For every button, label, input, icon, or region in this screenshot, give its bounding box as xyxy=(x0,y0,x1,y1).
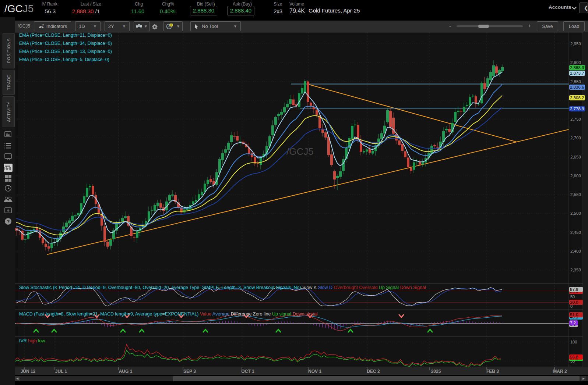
svg-text:Slow Stochastic (K Period=14,: Slow Stochastic (K Period=14, D Period=9… xyxy=(19,285,426,290)
svg-text:/GCJ5: /GCJ5 xyxy=(286,146,314,157)
svg-text:DEC 2: DEC 2 xyxy=(367,369,380,374)
svg-text:2,778.9: 2,778.9 xyxy=(570,107,584,111)
svg-text:20.0: 20.0 xyxy=(570,300,578,304)
svg-text:2,450: 2,450 xyxy=(570,230,581,235)
svg-text:FEB 3: FEB 3 xyxy=(486,369,499,374)
svg-text:EMA (Price=CLOSE, Length=21, D: EMA (Price=CLOSE, Length=21, Displace=0) xyxy=(19,33,112,38)
svg-text:2,600: 2,600 xyxy=(570,174,581,178)
svg-text:MAR 2: MAR 2 xyxy=(553,369,567,374)
svg-text:2,350: 2,350 xyxy=(570,268,581,272)
svg-text:2,950: 2,950 xyxy=(570,42,581,46)
svg-text:JUN 12: JUN 12 xyxy=(21,369,36,374)
svg-text:2,808.2: 2,808.2 xyxy=(570,96,584,100)
svg-text:EMA (Price=CLOSE, Length=13, D: EMA (Price=CLOSE, Length=13, Displace=0) xyxy=(19,49,112,54)
svg-text:2025: 2025 xyxy=(431,369,441,374)
svg-text:7.2: 7.2 xyxy=(570,321,576,325)
svg-text:51.0: 51.0 xyxy=(570,313,578,317)
svg-text:87.9: 87.9 xyxy=(570,287,578,292)
svg-text:2,750: 2,750 xyxy=(570,117,581,121)
svg-text:JUL 1: JUL 1 xyxy=(55,369,67,374)
svg-text:AUG 1: AUG 1 xyxy=(119,369,133,374)
svg-text:2,900: 2,900 xyxy=(570,60,581,65)
svg-text:2,850: 2,850 xyxy=(570,79,581,84)
svg-text:IVR high low: IVR high low xyxy=(19,338,45,343)
svg-text:2,700: 2,700 xyxy=(570,136,581,140)
svg-text:?: ? xyxy=(7,219,10,224)
svg-text:2,550: 2,550 xyxy=(570,192,581,197)
svg-text:2,400: 2,400 xyxy=(570,249,581,253)
svg-text:SEP 3: SEP 3 xyxy=(183,369,196,374)
svg-text:EMA (Price=CLOSE, Length=34, D: EMA (Price=CLOSE, Length=34, Displace=0) xyxy=(19,41,112,46)
svg-text:NOV 1: NOV 1 xyxy=(308,369,321,374)
svg-text:2,873.7: 2,873.7 xyxy=(570,71,584,75)
svg-text:100: 100 xyxy=(570,340,577,344)
svg-text:2,500: 2,500 xyxy=(570,211,581,215)
svg-text:2,650: 2,650 xyxy=(570,155,581,159)
svg-text:2,836.6: 2,836.6 xyxy=(570,85,584,89)
svg-text:56.8: 56.8 xyxy=(570,355,578,359)
svg-text:OCT 1: OCT 1 xyxy=(241,369,254,374)
svg-text:2,888.3: 2,888.3 xyxy=(570,65,584,70)
svg-text:MACD (Fast length=8, Slow leng: MACD (Fast length=8, Slow length=21, MAC… xyxy=(19,311,318,317)
svg-text:50: 50 xyxy=(570,295,575,299)
svg-text:EMA (Price=CLOSE, Length=5, Di: EMA (Price=CLOSE, Length=5, Displace=0) xyxy=(19,57,109,62)
